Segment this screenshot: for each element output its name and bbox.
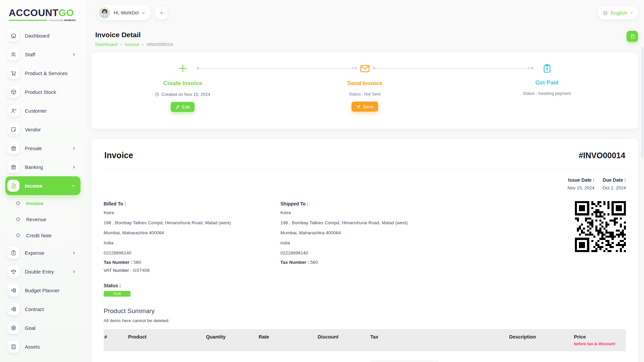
step-status: Status : Not Sent: [349, 92, 381, 97]
user-menu[interactable]: Hi, WorkDo!: [97, 5, 151, 20]
breadcrumb-dashboard[interactable]: Dashboard: [95, 42, 117, 47]
table-row: 1 Bicycle Clothing 1 (Inch) $10,000.00 $…: [104, 351, 626, 362]
sidebar-item-contract[interactable]: $ Contract: [0, 300, 86, 318]
note-icon: [7, 123, 19, 135]
sidebar-item-income[interactable]: Income: [5, 176, 80, 195]
sidebar-item-dashboard[interactable]: Dashboard: [0, 26, 86, 45]
users-icon: [7, 48, 19, 60]
sidebar-item-presale[interactable]: Presale: [0, 139, 86, 158]
breadcrumb-separator: ›: [120, 42, 122, 47]
avatar: [99, 7, 110, 18]
step-title: Get Paid: [535, 79, 558, 86]
shipped-to-block: Shipped To : Keire 198 , Bombay Talkies …: [280, 201, 575, 273]
file-icon: [7, 180, 19, 192]
scrollbar[interactable]: [641, 47, 643, 158]
sidebar-item-label: Budget Planner: [25, 288, 59, 293]
sidebar-item-vendor[interactable]: Vendor: [0, 120, 86, 139]
cell-rate: $10,000.00: [258, 351, 317, 362]
col-header-description: Description: [508, 329, 573, 351]
breadcrumb-separator: ›: [142, 42, 144, 47]
col-header-discount: Discount: [317, 329, 370, 351]
home-icon: [7, 29, 19, 42]
brand-name-accent: GO: [59, 7, 74, 18]
plus-icon: [178, 63, 188, 73]
sidebar-menu: Dashboard Staff Product & Services Produ…: [0, 26, 86, 356]
sidebar-item-product-services[interactable]: Product & Services: [0, 64, 86, 82]
chevron-down-icon: [142, 11, 145, 15]
sidebar-item-label: Staff: [25, 52, 35, 57]
send-invoice-button[interactable]: Send: [352, 102, 378, 112]
brand-logo[interactable]: ACCOUNTGO Powered By WORKDO: [0, 0, 76, 21]
bullet-icon: [16, 201, 20, 205]
add-workspace-button[interactable]: [155, 7, 168, 19]
brand-name: ACCOUNT: [9, 7, 59, 18]
calculator-icon: [7, 341, 19, 353]
greeting-label: Hi, WorkDo!: [114, 10, 139, 15]
sidebar-item-label: Double Entry: [25, 269, 54, 275]
sidebar-item-invoice[interactable]: Invoice: [0, 195, 86, 211]
chevron-right-icon: [72, 53, 76, 56]
edit-invoice-button[interactable]: Edit: [171, 102, 195, 112]
sidebar-item-assets[interactable]: Assets: [0, 337, 86, 356]
step-status: Created on Nov 15, 2024: [155, 92, 210, 97]
sidebar-item-goal[interactable]: Goal: [0, 318, 86, 337]
divider: [104, 169, 626, 169]
cell-tax: SGST (5.5%) $550.00: [370, 351, 508, 362]
sidebar: ACCOUNTGO Powered By WORKDO Dashboard St…: [0, 0, 86, 362]
sidebar-item-banking[interactable]: Banking: [0, 158, 86, 176]
col-header-tax: Tax: [370, 329, 508, 351]
mail-icon: [360, 63, 370, 74]
export-invoice-button[interactable]: [627, 31, 638, 42]
chevron-down-icon: [71, 184, 75, 188]
cell-product: Bicycle Clothing: [127, 351, 205, 362]
sidebar-item-label: Contract: [25, 306, 44, 312]
document-icon: [630, 34, 635, 39]
sidebar-item-label: Presale: [25, 145, 42, 151]
invoice-status: Status : Draft: [104, 283, 626, 297]
step-status: Status : Awaiting payment: [523, 91, 571, 96]
cell-discount: $0.00: [317, 351, 370, 362]
cell-price: $10,000.00: [573, 351, 626, 362]
issue-date: Issue Date : Nov 15, 2024: [568, 177, 594, 190]
sidebar-item-expense[interactable]: $ Expense: [0, 243, 86, 262]
billed-to-block: Billed To : Keire 198 , Bombay Talkies C…: [104, 201, 280, 273]
col-header-price: Price before tax & discount: [573, 329, 626, 351]
invoice-heading: Invoice: [104, 150, 133, 160]
bullet-icon: [16, 217, 20, 221]
invoice-qr-code: [575, 201, 626, 252]
target-icon: [7, 322, 19, 334]
sidebar-subitem-label: Invoice: [26, 200, 44, 206]
step-title: Send Invoice: [347, 80, 382, 87]
sidebar-item-staff[interactable]: Staff: [0, 45, 86, 64]
bank-icon: [7, 142, 19, 154]
col-header-product: Product: [127, 329, 205, 351]
invoice-number: #INVO00014: [579, 151, 625, 160]
cell-description: test demo: [508, 351, 573, 362]
sidebar-item-revenue[interactable]: Revenue: [0, 211, 86, 227]
sidebar-item-product-stock[interactable]: Product Stock: [0, 82, 86, 101]
sidebar-item-budget-planner[interactable]: $ Budget Planner: [0, 281, 86, 300]
cell-num: 1: [104, 351, 127, 362]
invoice-progress-card: Create Invoice Created on Nov 15, 2024 E…: [92, 53, 638, 129]
scales-icon: [7, 265, 19, 278]
bullet-icon: [16, 233, 20, 237]
col-header-quantity: Quantity: [205, 329, 258, 351]
product-summary-title: Product Summary: [104, 307, 626, 315]
invoice-paid-icon: $: [542, 63, 552, 73]
sidebar-subitem-label: Revenue: [26, 217, 46, 222]
user-plus-icon: [7, 105, 19, 117]
sidebar-item-double-entry[interactable]: Double Entry: [0, 262, 86, 281]
sidebar-item-label: Assets: [25, 344, 40, 350]
svg-text:$: $: [13, 252, 14, 255]
sidebar-item-label: Vendor: [25, 127, 41, 132]
powered-by-label: Powered By WORKDO: [49, 19, 76, 21]
logo-underline: [9, 20, 47, 21]
coins-icon: $: [7, 303, 19, 315]
topbar: Hi, WorkDo! English: [86, 0, 644, 23]
language-selector[interactable]: English: [598, 6, 638, 19]
language-label: English: [611, 10, 627, 16]
breadcrumb-invoice[interactable]: Invoice: [125, 42, 139, 47]
sidebar-item-credit-note[interactable]: Credit Note: [0, 227, 86, 243]
sidebar-item-customer[interactable]: Customer: [0, 101, 86, 120]
status-badge: Draft: [104, 291, 130, 297]
